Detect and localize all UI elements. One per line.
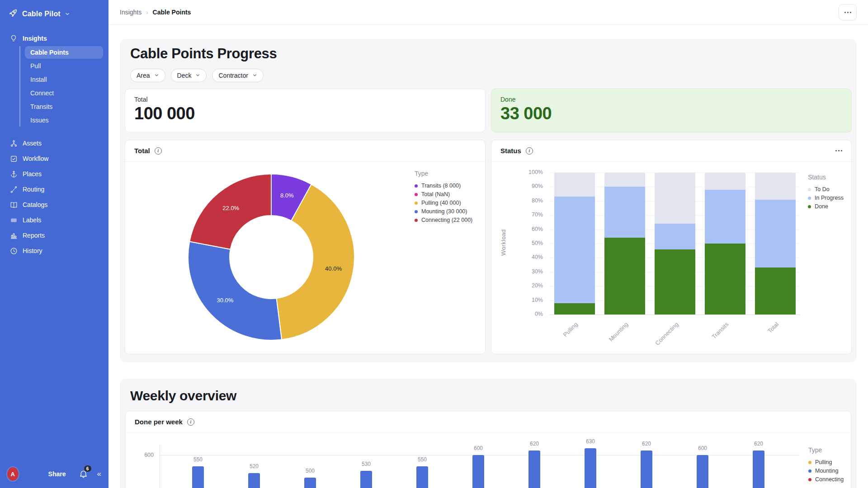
card-title: Total bbox=[134, 147, 150, 155]
legend-item-done[interactable]: Done bbox=[808, 203, 844, 210]
sidebar-item-cable-points[interactable]: Cable Points bbox=[25, 46, 103, 59]
legend-item-mounting[interactable]: Mounting bbox=[808, 468, 844, 474]
sidebar-item-workflow[interactable]: Workflow bbox=[5, 151, 103, 166]
weekly-bar-3[interactable] bbox=[304, 478, 316, 488]
stacked-bar-connecting[interactable] bbox=[655, 173, 695, 314]
segment-in-progress[interactable] bbox=[755, 200, 796, 268]
filter-label: Deck bbox=[177, 72, 192, 79]
legend-item-in-progress[interactable]: In Progress bbox=[808, 195, 844, 201]
legend-label: Done bbox=[815, 203, 828, 210]
segment-done[interactable] bbox=[655, 249, 695, 314]
weekly-bar-9[interactable] bbox=[641, 450, 652, 488]
weekly-bar-1[interactable] bbox=[192, 466, 204, 488]
sidebar-item-labels[interactable]: Labels bbox=[5, 212, 103, 228]
progress-panel: Cable Points Progress AreaDeckContractor… bbox=[120, 39, 857, 362]
legend-item-total-nan-[interactable]: Total (NaN) bbox=[415, 191, 472, 197]
filter-deck[interactable]: Deck bbox=[171, 69, 207, 82]
collapse-sidebar-button[interactable]: « bbox=[97, 469, 101, 479]
segment-to-do[interactable] bbox=[604, 173, 645, 187]
sidebar-item-routing[interactable]: Routing bbox=[5, 182, 103, 197]
segment-to-do[interactable] bbox=[755, 173, 796, 200]
stacked-bar-transits[interactable] bbox=[705, 173, 745, 314]
donut-slice-connecting[interactable] bbox=[189, 174, 271, 249]
sidebar-item-transits[interactable]: Transits bbox=[25, 100, 103, 113]
stats-row: Total100 000Done33 000 bbox=[125, 89, 852, 132]
legend-dot bbox=[415, 219, 418, 222]
segment-done[interactable] bbox=[604, 238, 645, 314]
bar-value-label: 600 bbox=[465, 445, 492, 451]
weekly-bar-10[interactable] bbox=[697, 455, 708, 488]
sidebar-item-label: Labels bbox=[23, 216, 41, 224]
sidebar-item-issues[interactable]: Issues bbox=[25, 114, 103, 127]
bar-value-label: 550 bbox=[184, 456, 212, 463]
workspace-switcher[interactable]: Cable Pilot bbox=[0, 0, 108, 26]
info-icon[interactable]: i bbox=[526, 147, 533, 155]
filter-bar: AreaDeckContractor bbox=[130, 69, 852, 82]
segment-to-do[interactable] bbox=[705, 173, 745, 190]
weekly-bar-8[interactable] bbox=[585, 448, 596, 488]
filter-label: Contractor bbox=[218, 72, 248, 79]
weekly-panel: Weekly overview Done per week i 600 Type… bbox=[120, 379, 857, 488]
legend-label: Connecting (22 000) bbox=[421, 217, 472, 223]
stacked-bar-mounting[interactable] bbox=[604, 173, 645, 314]
weekly-chart-card: Done per week i 600 Type PullingMounting… bbox=[125, 411, 851, 488]
weekly-bar-11[interactable] bbox=[753, 450, 764, 488]
category-label: Connecting bbox=[654, 321, 679, 347]
bar-value-label: 620 bbox=[745, 441, 772, 447]
legend-item-pulling-40-000-[interactable]: Pulling (40 000) bbox=[415, 200, 472, 206]
legend-item-connecting-22-000-[interactable]: Connecting (22 000) bbox=[415, 217, 472, 223]
segment-done[interactable] bbox=[705, 244, 745, 314]
info-icon[interactable]: i bbox=[187, 418, 194, 426]
weekly-chart-body: 600 Type PullingMountingConnecting 55052… bbox=[126, 433, 851, 488]
legend-item-pulling[interactable]: Pulling bbox=[808, 459, 844, 465]
content: Cable Points Progress AreaDeckContractor… bbox=[108, 25, 868, 488]
legend-title: Status bbox=[808, 174, 844, 181]
sidebar-item-insights[interactable]: Insights bbox=[5, 32, 103, 45]
legend-item-to-do[interactable]: To Do bbox=[808, 186, 844, 192]
notifications-button[interactable]: 6 bbox=[79, 469, 88, 479]
filter-area[interactable]: Area bbox=[130, 69, 165, 82]
filter-contractor[interactable]: Contractor bbox=[212, 69, 263, 82]
category-label: Mounting bbox=[608, 321, 629, 343]
breadcrumb-insights[interactable]: Insights bbox=[120, 9, 142, 16]
segment-to-do[interactable] bbox=[554, 173, 595, 197]
bar-value-label: 600 bbox=[689, 445, 716, 451]
weekly-bar-4[interactable] bbox=[360, 471, 372, 488]
share-button[interactable]: Share bbox=[48, 470, 66, 478]
page-menu-button[interactable] bbox=[839, 4, 857, 20]
breadcrumb: Insights › Cable Points bbox=[120, 9, 191, 16]
sidebar-item-assets[interactable]: Assets bbox=[5, 136, 103, 151]
legend-item-transits-8-000-[interactable]: Transits (8 000) bbox=[415, 183, 472, 189]
sidebar-item-pull[interactable]: Pull bbox=[25, 60, 103, 72]
weekly-bar-7[interactable] bbox=[528, 450, 540, 488]
sidebar-item-install[interactable]: Install bbox=[25, 73, 103, 86]
info-icon[interactable]: i bbox=[155, 147, 162, 155]
sidebar-item-places[interactable]: Places bbox=[5, 166, 103, 182]
avatar[interactable]: A bbox=[7, 467, 19, 481]
segment-done[interactable] bbox=[554, 303, 595, 314]
sidebar-item-reports[interactable]: Reports bbox=[5, 228, 103, 243]
sidebar-item-label: Routing bbox=[23, 186, 44, 193]
legend-item-mounting-30-000-[interactable]: Mounting (30 000) bbox=[415, 208, 472, 215]
weekly-bar-2[interactable] bbox=[248, 473, 260, 488]
stacked-bar-pulling[interactable] bbox=[554, 173, 595, 314]
lightbulb-icon bbox=[9, 34, 18, 43]
segment-in-progress[interactable] bbox=[655, 224, 695, 249]
y-axis-tick: 50% bbox=[491, 240, 543, 246]
legend-item-connecting[interactable]: Connecting bbox=[808, 476, 844, 483]
weekly-bar-6[interactable] bbox=[472, 455, 484, 488]
donut-slice-mounting[interactable] bbox=[188, 242, 282, 340]
segment-in-progress[interactable] bbox=[604, 187, 645, 238]
sidebar-item-catalogs[interactable]: Catalogs bbox=[5, 197, 103, 212]
weekly-bar-5[interactable] bbox=[416, 466, 428, 488]
sidebar-item-connect[interactable]: Connect bbox=[25, 87, 103, 99]
segment-in-progress[interactable] bbox=[554, 197, 595, 303]
sidebar-section-items: AssetsWorkflowPlacesRoutingCatalogsLabel… bbox=[5, 136, 103, 258]
segment-in-progress[interactable] bbox=[705, 190, 745, 244]
sidebar-nav: Insights Cable PointsPullInstallConnectT… bbox=[0, 26, 108, 258]
segment-done[interactable] bbox=[755, 267, 796, 314]
segment-to-do[interactable] bbox=[655, 173, 695, 224]
chart-menu-button[interactable] bbox=[835, 150, 842, 151]
stacked-bar-total[interactable] bbox=[755, 173, 796, 314]
sidebar-item-history[interactable]: History bbox=[5, 243, 103, 258]
